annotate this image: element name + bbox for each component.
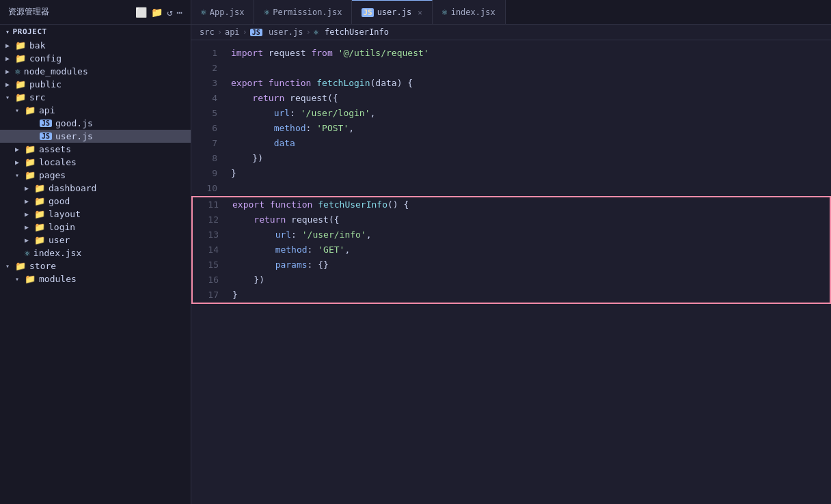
sidebar-item-good-js[interactable]: JS good.js bbox=[0, 117, 191, 130]
code-line-2: 2 bbox=[191, 61, 831, 76]
react-icon: ⚛ bbox=[264, 7, 269, 17]
code-content: method: 'POST', bbox=[226, 121, 831, 136]
sidebar-item-bak[interactable]: ▶ 📁 bak bbox=[0, 39, 191, 52]
chevron-icon: ▶ bbox=[25, 184, 33, 192]
chevron-icon: ▾ bbox=[15, 107, 23, 114]
react-icon: ⚛ bbox=[25, 248, 30, 258]
sidebar-item-assets[interactable]: ▶ 📁 assets bbox=[0, 143, 191, 156]
code-line-7: 7 data bbox=[191, 136, 831, 151]
folder-icon: 📁 bbox=[15, 53, 26, 64]
sidebar-item-config[interactable]: ▶ 📁 config bbox=[0, 52, 191, 65]
js-badge: JS bbox=[40, 132, 52, 140]
line-number: 13 bbox=[193, 227, 227, 242]
sidebar-item-login[interactable]: ▶ 📁 login bbox=[0, 221, 191, 234]
tab-label: index.jsx bbox=[451, 8, 495, 17]
line-number: 6 bbox=[191, 121, 226, 136]
code-line-4: 4 return request({ bbox=[191, 91, 831, 106]
code-content bbox=[226, 61, 831, 76]
item-label: api bbox=[39, 105, 55, 115]
sidebar-item-index-jsx[interactable]: ⚛ index.jsx bbox=[0, 247, 191, 260]
sidebar-item-src[interactable]: ▾ 📁 src bbox=[0, 91, 191, 104]
sidebar-item-api[interactable]: ▾ 📁 api bbox=[0, 104, 191, 117]
breadcrumb-sep: › bbox=[243, 27, 247, 37]
js-badge: JS bbox=[40, 120, 52, 127]
chevron-icon: ▶ bbox=[15, 158, 23, 166]
main-layout: ▾ PROJECT ▶ 📁 bak ▶ 📁 config ▶ ⚛ node_mo… bbox=[0, 25, 831, 504]
highlighted-block: 11 export function fetchUserInfo() { 12 … bbox=[191, 196, 831, 304]
new-folder-icon[interactable]: 📁 bbox=[151, 7, 163, 18]
item-label: assets bbox=[39, 144, 71, 154]
sidebar-item-node-modules[interactable]: ▶ ⚛ node_modules bbox=[0, 65, 191, 78]
item-label: config bbox=[29, 53, 62, 64]
item-label: bak bbox=[29, 40, 45, 51]
item-label: index.jsx bbox=[33, 248, 81, 258]
tab-close-button[interactable]: ✕ bbox=[418, 8, 422, 17]
editor-content[interactable]: 1 import request from '@/utils/request' … bbox=[191, 40, 831, 504]
code-content: data bbox=[226, 136, 831, 151]
breadcrumb-api: api bbox=[225, 27, 240, 37]
code-content: }) bbox=[226, 151, 831, 166]
sidebar-item-locales[interactable]: ▶ 📁 locales bbox=[0, 156, 191, 169]
tab-app[interactable]: ⚛ App.jsx bbox=[191, 0, 254, 24]
item-label: login bbox=[49, 222, 75, 232]
tab-index[interactable]: ⚛ index.jsx bbox=[433, 0, 506, 24]
item-label: user.js bbox=[55, 131, 93, 141]
sidebar-item-pages[interactable]: ▾ 📁 pages bbox=[0, 169, 191, 182]
chevron-icon: ▶ bbox=[5, 42, 14, 49]
item-label: modules bbox=[39, 274, 77, 284]
sidebar-item-layout[interactable]: ▶ 📁 layout bbox=[0, 208, 191, 221]
editor-area: src › api › JS user.js › ⚛ fetchUserInfo… bbox=[191, 25, 831, 504]
sidebar-section-header[interactable]: ▾ PROJECT bbox=[0, 25, 191, 39]
folder-icon: 📁 bbox=[34, 222, 45, 232]
refresh-icon[interactable]: ↺ bbox=[167, 7, 172, 18]
sidebar-item-modules[interactable]: ▾ 📁 modules bbox=[0, 272, 191, 285]
code-content: return request({ bbox=[226, 91, 831, 106]
item-label: pages bbox=[39, 170, 66, 180]
collapse-icon[interactable]: ⋯ bbox=[177, 7, 182, 18]
chevron-icon: ▾ bbox=[15, 275, 23, 283]
item-label: src bbox=[29, 92, 45, 102]
tabs-area: ⚛ App.jsx ⚛ Permission.jsx JS user.js ✕ … bbox=[191, 0, 831, 24]
sidebar-title-text: 资源管理器 bbox=[8, 6, 49, 18]
breadcrumb-fetchuserinfo: fetchUserInfo bbox=[325, 27, 389, 37]
code-line-10: 10 bbox=[191, 181, 831, 196]
item-label: node_modules bbox=[24, 66, 88, 76]
breadcrumb-src: src bbox=[200, 27, 215, 37]
chevron-icon: ▶ bbox=[5, 68, 14, 75]
new-file-icon[interactable]: ⬜ bbox=[135, 7, 147, 18]
sidebar-item-public[interactable]: ▶ 📁 public bbox=[0, 78, 191, 91]
line-number: 3 bbox=[191, 76, 226, 91]
chevron-icon: ▾ bbox=[5, 94, 14, 101]
sidebar-item-dashboard[interactable]: ▶ 📁 dashboard bbox=[0, 182, 191, 195]
sidebar-item-user[interactable]: ▶ 📁 user bbox=[0, 234, 191, 247]
code-line-16: 16 }) bbox=[193, 272, 830, 288]
chevron-icon: ▶ bbox=[25, 223, 33, 231]
sidebar-item-user-js[interactable]: JS user.js bbox=[0, 130, 191, 143]
folder-icon: 📁 bbox=[15, 40, 26, 51]
line-number: 14 bbox=[193, 242, 227, 257]
code-line-11: 11 export function fetchUserInfo() { bbox=[193, 197, 830, 212]
chevron-icon: ▶ bbox=[25, 236, 33, 244]
sidebar-title: 资源管理器 ⬜ 📁 ↺ ⋯ bbox=[0, 0, 191, 24]
tab-user-js[interactable]: JS user.js ✕ bbox=[352, 0, 432, 24]
line-number: 15 bbox=[193, 257, 227, 272]
sidebar-item-store[interactable]: ▾ 📁 store bbox=[0, 260, 191, 272]
line-number: 17 bbox=[193, 288, 227, 303]
js-icon: JS bbox=[362, 8, 373, 17]
code-line-13: 13 url: '/user/info', bbox=[193, 227, 830, 242]
react-icon: ⚛ bbox=[442, 7, 448, 17]
tab-permission[interactable]: ⚛ Permission.jsx bbox=[254, 0, 352, 24]
sidebar-item-good[interactable]: ▶ 📁 good bbox=[0, 195, 191, 208]
code-line-8: 8 }) bbox=[191, 151, 831, 166]
line-number: 1 bbox=[191, 46, 226, 61]
code-content: params: {} bbox=[227, 257, 830, 272]
breadcrumb-userjs: user.js bbox=[269, 27, 303, 37]
folder-icon: 📁 bbox=[25, 157, 36, 167]
sidebar: ▾ PROJECT ▶ 📁 bak ▶ 📁 config ▶ ⚛ node_mo… bbox=[0, 25, 191, 504]
code-line-17: 17 } bbox=[193, 288, 830, 303]
line-number: 4 bbox=[191, 91, 226, 106]
folder-icon: 📁 bbox=[34, 183, 45, 193]
line-number: 10 bbox=[191, 181, 226, 196]
chevron-icon: ▶ bbox=[5, 55, 14, 62]
code-line-15: 15 params: {} bbox=[193, 257, 830, 272]
